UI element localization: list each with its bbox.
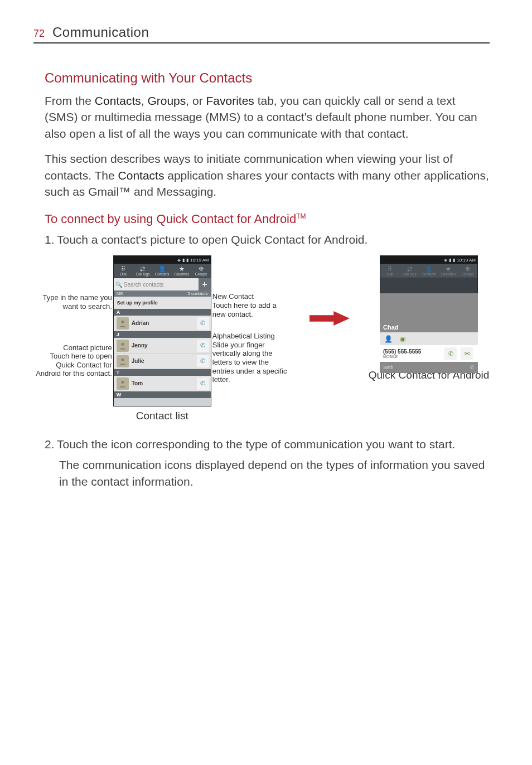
- status-bar: ◈ ▮ ▮ 10:19 AM: [114, 256, 211, 264]
- tab-dial[interactable]: ⠿Dial: [114, 264, 133, 278]
- page-number: 72: [33, 28, 45, 40]
- svg-point-3: [121, 381, 124, 384]
- person-icon[interactable]: 👤: [383, 334, 393, 344]
- avatar[interactable]: [117, 377, 129, 390]
- call-icon[interactable]: ✆: [197, 355, 209, 367]
- annot-new-contact-label: New Contact: [212, 292, 291, 301]
- qc-below-row: Seth ✆: [380, 362, 478, 373]
- qc-phone-type: MOBILE: [383, 355, 421, 359]
- annot-alpha-desc: Slide your finger vertically along the l…: [212, 341, 291, 384]
- search-row: 🔍 Search contacts ＋: [114, 278, 211, 290]
- status-time: 10:19 AM: [190, 258, 209, 263]
- svg-point-1: [121, 343, 124, 346]
- red-arrow: [309, 311, 350, 328]
- caption-contact-list: Contact list: [136, 410, 188, 422]
- setup-profile-row[interactable]: Set up my profile: [114, 297, 211, 309]
- letter-header-w: W: [114, 391, 211, 398]
- contact-row-tom[interactable]: Tom ✆: [114, 376, 211, 391]
- qc-call-icon[interactable]: ✆: [444, 347, 457, 360]
- qc-large-avatar: Chad: [380, 293, 478, 332]
- step-2: 2.Touch the icon corresponding to the ty…: [45, 438, 490, 451]
- qc-call-icon-dim: ✆: [470, 365, 475, 370]
- tab-groups[interactable]: ❉Groups: [191, 264, 211, 278]
- tab-call-logs[interactable]: ⇄Call logs: [133, 264, 153, 278]
- annot-alpha-label: Alphabetical Listing: [212, 332, 291, 341]
- contact-row-jenny[interactable]: Jenny ✆: [114, 338, 211, 354]
- intro-paragraph-2: This section describes ways to initiate …: [45, 151, 490, 200]
- me-section: ME5 contacts: [114, 290, 211, 297]
- step-2-note: The communication icons displayed depend…: [59, 457, 490, 490]
- page-title: Communication: [52, 25, 149, 40]
- tab-contacts[interactable]: 👤Contacts: [152, 264, 172, 278]
- qc-contact-name: Chad: [383, 324, 399, 331]
- android-icon[interactable]: ◉: [398, 334, 408, 344]
- right-annotations: New Contact Touch here to add a new cont…: [212, 255, 291, 422]
- qc-number-row: (555) 555-5555 MOBILE ✆ ✉: [380, 345, 478, 362]
- status-time: 10:19 AM: [457, 258, 476, 263]
- svg-point-2: [121, 359, 124, 361]
- avatar[interactable]: [117, 355, 129, 367]
- call-icon[interactable]: ✆: [197, 340, 209, 352]
- search-input[interactable]: Search contacts: [124, 282, 199, 288]
- annot-new-contact-desc: Touch here to add a new contact.: [212, 301, 291, 318]
- qc-message-icon[interactable]: ✉: [461, 347, 473, 360]
- letter-header-a: A: [114, 309, 211, 316]
- page-header: 72 Communication: [33, 25, 490, 43]
- letter-header-t: T: [114, 369, 211, 376]
- signal-icon: ▮: [449, 258, 451, 263]
- phone-contact-list: ◈ ▮ ▮ 10:19 AM ⠿Dial ⇄Call logs 👤Contact…: [113, 255, 211, 406]
- status-bar: ◈ ▮ ▮ 10:19 AM: [380, 256, 477, 264]
- phone-tabs-dimmed: ⠿Dial ⇄Call logs 👤Contacts ★Favorites ❉G…: [380, 264, 477, 278]
- call-icon[interactable]: ✆: [197, 317, 209, 330]
- left-annotations: Type in the name you want to search. Con…: [34, 255, 112, 422]
- letter-header-j: J: [114, 331, 211, 338]
- tab-favorites[interactable]: ★Favorites: [172, 264, 191, 278]
- contact-row-adrian[interactable]: Adrian ✆: [114, 316, 211, 331]
- call-icon[interactable]: ✆: [197, 377, 209, 390]
- signal-icon: ▮: [182, 258, 185, 263]
- avatar[interactable]: [117, 317, 129, 330]
- contact-row-julie[interactable]: Julie ✆: [114, 354, 211, 369]
- avatar[interactable]: [117, 340, 129, 352]
- subheading-quick-contact: To connect by using Quick Contact for An…: [45, 212, 490, 226]
- step-1: 1.Touch a contact's picture to open Quic…: [45, 233, 490, 246]
- svg-marker-4: [309, 311, 350, 326]
- battery-icon: ▮: [186, 258, 188, 263]
- battery-icon: ▮: [453, 258, 455, 263]
- phone-quick-contact: ◈ ▮ ▮ 10:19 AM ⠿Dial ⇄Call logs 👤Contact…: [380, 255, 478, 366]
- annot-search: Type in the name you want to search.: [34, 293, 112, 311]
- figure-area: Type in the name you want to search. Con…: [33, 255, 490, 422]
- intro-paragraph-1: From the Contacts, Groups, or Favorites …: [45, 93, 490, 142]
- quick-contact-card: Chad 👤 ◉ (555) 555-5555 MOBILE ✆ ✉: [380, 293, 478, 373]
- qc-phone-number: (555) 555-5555: [383, 348, 421, 355]
- wifi-icon: ◈: [444, 258, 447, 263]
- annot-picture-desc: Touch here to open Quick Contact for And…: [34, 352, 112, 378]
- add-contact-button[interactable]: ＋: [199, 278, 211, 290]
- phone-tabs: ⠿Dial ⇄Call logs 👤Contacts ★Favorites ❉G…: [114, 264, 211, 278]
- svg-point-0: [121, 321, 124, 323]
- search-icon: 🔍: [114, 282, 124, 288]
- qc-icon-row: 👤 ◉: [380, 332, 478, 345]
- annot-picture-label: Contact picture: [34, 343, 112, 352]
- section-heading-communicating: Communicating with Your Contacts: [45, 70, 490, 86]
- wifi-icon: ◈: [177, 258, 181, 263]
